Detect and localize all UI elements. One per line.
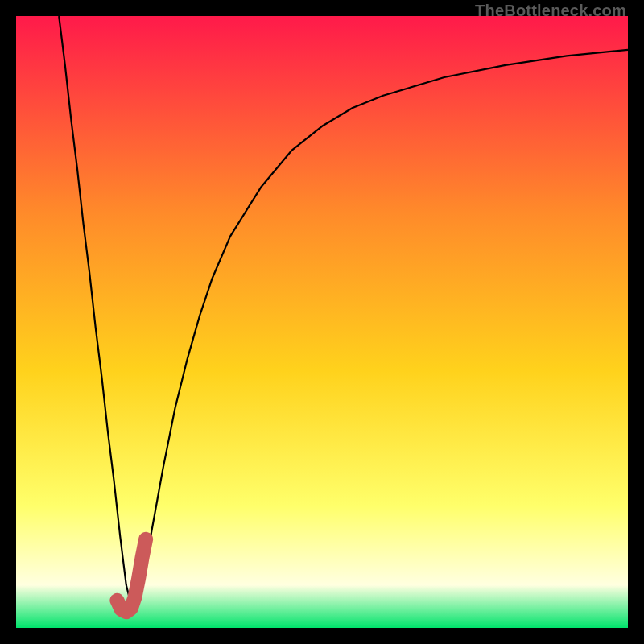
chart-frame: { "watermark": "TheBottleneck.com", "gra… <box>0 0 644 644</box>
bottleneck-chart <box>16 16 628 628</box>
gradient-background <box>16 16 628 628</box>
plot-area <box>16 16 628 628</box>
